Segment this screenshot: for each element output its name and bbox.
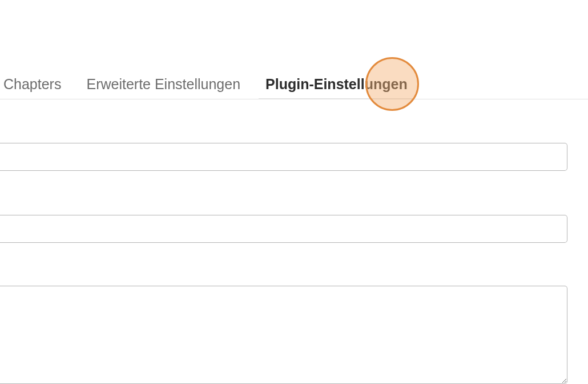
- tabs-container: Chapters Erweiterte Einstellungen Plugin…: [0, 74, 588, 99]
- input-field-1[interactable]: [0, 143, 567, 171]
- tabs: Chapters Erweiterte Einstellungen Plugin…: [0, 74, 588, 99]
- input-field-2[interactable]: [0, 215, 567, 243]
- tab-chapters[interactable]: Chapters: [3, 76, 61, 99]
- form-content: [0, 99, 588, 384]
- textarea-field[interactable]: [0, 286, 567, 384]
- tab-plugin-settings[interactable]: Plugin-Einstellungen: [265, 76, 408, 99]
- tab-advanced-settings[interactable]: Erweiterte Einstellungen: [86, 76, 240, 99]
